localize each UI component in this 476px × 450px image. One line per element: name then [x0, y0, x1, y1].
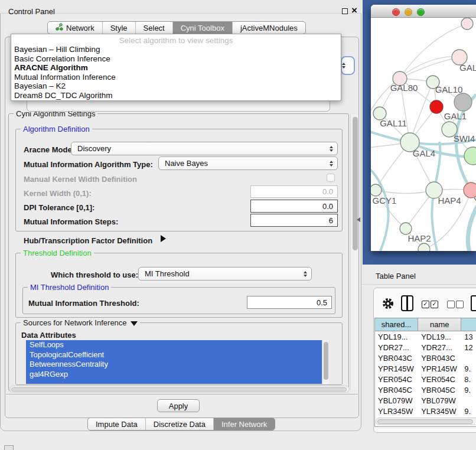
table-row[interactable]: YBR043CYBR043C — [375, 353, 476, 363]
settings-scrollbar-track[interactable] — [350, 115, 358, 390]
deselect-all-checkbox-icon[interactable] — [447, 301, 455, 308]
tab-impute-data[interactable]: Impute Data — [88, 418, 145, 430]
table-hscrollbar-thumb[interactable] — [377, 419, 473, 424]
kernel-width-field[interactable]: 0.0 — [250, 185, 338, 198]
node-gray — [454, 93, 472, 111]
tab-cyni-toolbox[interactable]: Cyni Toolbox — [172, 22, 232, 34]
minimized-panel-icon[interactable] — [4, 445, 14, 450]
tab-network-label: Network — [66, 24, 94, 32]
algorithm-dropdown-popup: Select algorithm to view settings Bayesi… — [11, 34, 341, 101]
threshold-definition-title: Threshold Definition — [21, 249, 94, 257]
close-traffic-light-icon[interactable] — [392, 8, 400, 16]
node-label: GAL11 — [380, 118, 407, 128]
algorithm-option[interactable]: Bayesian – K2 — [11, 81, 341, 91]
settings-scrollbar-thumb[interactable] — [353, 117, 358, 250]
algorithm-option[interactable]: Bayesian – Hill Climbing — [11, 45, 341, 54]
data-attributes-label: Data Attributes — [21, 331, 76, 340]
manual-kernel-checkbox[interactable] — [327, 174, 335, 182]
hub-expand-icon[interactable] — [161, 235, 166, 242]
attribute-item[interactable]: gal4RGexp — [26, 370, 322, 380]
node-hap2 — [400, 223, 412, 234]
manual-kernel-label: Manual Kernel Width Definition — [24, 175, 137, 184]
hub-definition-label: Hub/Transcription Factor Definition — [24, 236, 152, 245]
apply-button[interactable]: Apply — [157, 399, 200, 412]
attribute-item[interactable]: BetweennessCentrality — [26, 360, 322, 370]
close-icon[interactable]: × — [351, 5, 357, 17]
tab-style[interactable]: Style — [102, 22, 135, 34]
algorithm-option-selected[interactable]: ARACNE Algorithm — [11, 63, 341, 73]
sources-title: Sources for Network Inference — [21, 318, 140, 327]
attribute-item[interactable]: SelfLoops — [26, 340, 322, 350]
mi-threshold-field[interactable]: 0.5 — [247, 296, 332, 309]
float-window-icon[interactable] — [342, 8, 348, 14]
sources-collapse-icon[interactable] — [131, 321, 138, 326]
node-bright-green — [464, 147, 476, 165]
dpi-tolerance-field[interactable]: 0.0 — [250, 200, 338, 213]
dpi-tolerance-label: DPI Tolerance [0,1]: — [24, 203, 94, 212]
algorithm-option[interactable]: Mutual Information Inference — [11, 73, 341, 82]
cyni-bottom-tabbar: Impute Data Discretize Data Infer Networ… — [87, 418, 275, 431]
node-partial-bottom — [418, 243, 430, 251]
settings-hscrollbar-thumb[interactable] — [11, 387, 347, 392]
table-row[interactable]: YER054CYER054C8. — [375, 374, 476, 384]
table-row[interactable]: YPR145WYPR145W9. — [375, 363, 476, 374]
document-icon[interactable] — [471, 295, 476, 311]
minimize-traffic-light-icon[interactable] — [405, 8, 412, 16]
zoom-traffic-light-icon[interactable] — [417, 8, 425, 16]
mi-type-combobox[interactable]: Naive Bayes — [158, 156, 338, 170]
table-row[interactable]: YBL079WYBL079W — [375, 395, 476, 406]
data-attributes-list: SelfLoops TopologicalCoefficient Between… — [26, 340, 322, 384]
table-row[interactable]: YLR345WYLR345W9. — [375, 406, 476, 416]
node-label: SWI4 — [454, 133, 475, 144]
mi-type-label: Mutual Information Algorithm Type: — [24, 160, 153, 169]
column-header-cut[interactable] — [461, 318, 476, 331]
column-header-shared[interactable]: shared... — [375, 318, 418, 331]
table-panel-title: Table Panel — [376, 272, 416, 281]
tab-infer-network[interactable]: Infer Network — [213, 418, 275, 430]
table-row[interactable]: YBR045CYBR045C9. — [375, 384, 476, 395]
mi-threshold-definition-title: MI Threshold Definition — [28, 283, 111, 292]
node-attribute-table: shared... name YDL19...YDL19...13 YDR27.… — [374, 318, 476, 427]
split-columns-icon[interactable] — [401, 295, 413, 311]
splitpane-collapse-icon[interactable] — [357, 217, 360, 222]
mi-type-value: Naive Bayes — [165, 159, 208, 168]
deselect-all-checkbox-icon-2[interactable] — [456, 301, 464, 308]
node-unlabeled — [461, 18, 473, 30]
gear-icon[interactable] — [382, 297, 395, 310]
mi-steps-field[interactable]: 6 — [250, 214, 338, 227]
settings-hscrollbar-track[interactable] — [9, 386, 350, 393]
network-canvas[interactable]: GAL GAL80 GAL10 GAL11 GAL1 SWI4 GAL4 GCY… — [371, 18, 476, 251]
which-threshold-value: MI Threshold — [145, 269, 190, 278]
attributes-scrollbar-track[interactable] — [322, 340, 329, 384]
inference-algorithm-combobox-fragment[interactable] — [341, 56, 355, 75]
node-red-selected — [430, 100, 443, 113]
algorithm-option[interactable]: Basic Correlation Inference — [11, 54, 341, 64]
attribute-item[interactable]: TopologicalCoefficient — [26, 350, 322, 360]
node-label: GAL4 — [413, 148, 435, 158]
settings-bottom-divider — [6, 394, 358, 394]
column-header-name[interactable]: name — [418, 318, 461, 331]
table-hscrollbar-track[interactable] — [376, 418, 476, 425]
which-threshold-combobox[interactable]: MI Threshold — [138, 267, 312, 281]
node-label: Y — [474, 195, 476, 206]
screenshot-root: Control Panel × Network Style Select Cyn… — [0, 0, 476, 450]
node-label: GAL1 — [444, 111, 467, 121]
tab-discretize-data[interactable]: Discretize Data — [145, 418, 213, 430]
select-all-checkbox-icon[interactable]: ✓ — [422, 301, 429, 308]
node-label: GAL80 — [390, 83, 418, 93]
algorithm-option[interactable]: Dream8 DC_TDC Algorithm — [11, 91, 341, 100]
table-row[interactable]: YDL19...YDL19...13 — [375, 331, 476, 342]
aracne-mode-label: Aracne Mode: — [24, 145, 74, 154]
node-label: HAP2 — [407, 233, 431, 243]
aracne-mode-combobox[interactable]: Discovery — [71, 142, 338, 155]
tab-select[interactable]: Select — [135, 22, 172, 34]
tab-network[interactable]: Network — [48, 22, 102, 34]
tab-jactivemnodules[interactable]: jActiveMNodules — [232, 22, 305, 34]
node-gcy1 — [371, 184, 382, 196]
table-header-row: shared... name — [375, 318, 476, 331]
kernel-width-label: Kernel Width (0,1): — [24, 189, 92, 198]
select-all-checkbox-icon-2[interactable]: ✓ — [431, 301, 438, 308]
table-row[interactable]: YDR27...YDR27...12 — [375, 342, 476, 353]
aracne-mode-value: Discovery — [77, 144, 111, 153]
attributes-scrollbar-thumb[interactable] — [324, 342, 328, 380]
